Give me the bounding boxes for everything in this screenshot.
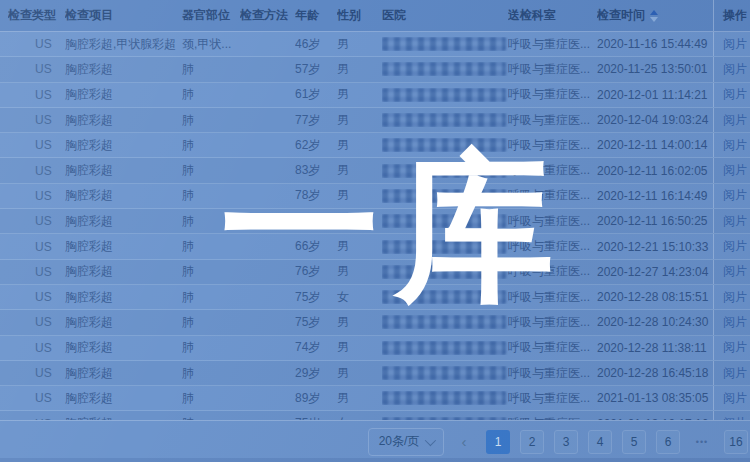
view-film-link[interactable]: 阅片 (723, 314, 747, 331)
view-film-link[interactable]: 阅片 (723, 263, 747, 280)
page-button-6[interactable]: 6 (656, 430, 680, 454)
page-size-select[interactable]: 20条/页 (368, 428, 444, 456)
cell-dept: 呼吸与重症医... (508, 263, 597, 280)
view-film-link[interactable]: 阅片 (723, 36, 747, 53)
cell-type: US (8, 138, 65, 152)
data-table: 检查类型检查项目器官部位检查方法年龄性别医院送检科室检查时间操作 US胸腔彩超,… (0, 0, 750, 437)
cell-time: 2020-12-11 16:02:05 (597, 164, 713, 178)
column-header-time[interactable]: 检查时间 (597, 7, 713, 24)
cell-type: US (8, 113, 65, 127)
page-button-3[interactable]: 3 (554, 430, 578, 454)
cell-age: 66岁 (295, 238, 337, 255)
cell-gender: 男 (337, 162, 382, 179)
exam-list-page: 检查类型检查项目器官部位检查方法年龄性别医院送检科室检查时间操作 US胸腔彩超,… (0, 0, 750, 462)
cell-age: 76岁 (295, 213, 337, 230)
cell-item: 胸腔彩超 (65, 339, 182, 356)
view-film-link[interactable]: 阅片 (723, 339, 747, 356)
redacted-hospital-name (382, 315, 506, 329)
cell-hospital (382, 290, 508, 304)
redacted-hospital-name (382, 113, 506, 127)
cell-item: 胸腔彩超 (65, 86, 182, 103)
page-jump-ellipsis[interactable]: ••• (690, 430, 714, 454)
cell-age: 78岁 (295, 187, 337, 204)
page-button-16[interactable]: 16 (724, 430, 748, 454)
cell-dept: 呼吸与重症医... (508, 36, 597, 53)
cell-time: 2020-12-11 16:14:49 (597, 189, 713, 203)
view-film-link[interactable]: 阅片 (723, 137, 747, 154)
column-header-label: 检查类型 (8, 7, 56, 24)
view-film-link[interactable]: 阅片 (723, 187, 747, 204)
cell-action: 阅片 (713, 83, 750, 107)
page-button-4[interactable]: 4 (588, 430, 612, 454)
cell-item: 胸腔彩超 (65, 162, 182, 179)
cell-age: 75岁 (295, 314, 337, 331)
cell-dept: 呼吸与重症医... (508, 365, 597, 382)
column-header-label: 送检科室 (508, 7, 556, 24)
cell-item: 胸腔彩超,甲状腺彩超 (65, 36, 182, 53)
cell-organ: 肺 (182, 213, 240, 230)
view-film-link[interactable]: 阅片 (723, 112, 747, 129)
redacted-hospital-name (382, 240, 506, 254)
cell-gender: 男 (337, 390, 382, 407)
cell-time: 2020-12-04 19:03:24 (597, 113, 713, 127)
cell-action: 阅片 (713, 108, 750, 132)
cell-action: 阅片 (713, 158, 750, 182)
column-header-label: 检查方法 (240, 7, 288, 24)
cell-organ: 肺 (182, 137, 240, 154)
cell-time: 2020-11-25 13:50:01 (597, 62, 713, 76)
cell-time: 2020-12-28 11:38:11 (597, 341, 713, 355)
view-film-link[interactable]: 阅片 (723, 61, 747, 78)
column-header-action: 操作 (713, 0, 750, 31)
table-row: US胸腔彩超肺83岁男呼吸与重症医...2020-12-11 16:02:05阅… (0, 158, 750, 183)
view-film-link[interactable]: 阅片 (723, 213, 747, 230)
cell-item: 胸腔彩超 (65, 314, 182, 331)
cell-time: 2020-12-21 15:10:33 (597, 240, 713, 254)
cell-gender: 男 (337, 112, 382, 129)
page-button-5[interactable]: 5 (622, 430, 646, 454)
cell-dept: 呼吸与重症医... (508, 61, 597, 78)
table-row: US胸腔彩超肺76岁男呼吸与重症医...2020-12-27 14:23:04阅… (0, 260, 750, 285)
cell-age: 29岁 (295, 365, 337, 382)
cell-type: US (8, 164, 65, 178)
view-film-link[interactable]: 阅片 (723, 86, 747, 103)
redacted-hospital-name (382, 391, 506, 405)
sort-carets[interactable] (650, 10, 658, 22)
cell-gender: 女 (337, 289, 382, 306)
cell-hospital (382, 341, 508, 355)
cell-time: 2020-12-28 08:15:51 (597, 290, 713, 304)
page-button-1[interactable]: 1 (486, 430, 510, 454)
column-header-label: 性别 (337, 7, 361, 24)
chevron-down-icon (425, 434, 436, 445)
column-header-label: 检查项目 (65, 7, 113, 24)
cell-hospital (382, 366, 508, 380)
cell-age: 76岁 (295, 263, 337, 280)
cell-action: 阅片 (713, 260, 750, 284)
view-film-link[interactable]: 阅片 (723, 238, 747, 255)
cell-time: 2020-12-01 11:14:21 (597, 88, 713, 102)
prev-page-button[interactable]: ‹ (454, 429, 474, 455)
redacted-hospital-name (382, 341, 506, 355)
column-header-age: 年龄 (295, 7, 337, 24)
table-row: US胸腔彩超肺75岁女呼吸与重症医...2020-12-28 08:15:51阅… (0, 285, 750, 310)
column-header-dept: 送检科室 (508, 7, 597, 24)
view-film-link[interactable]: 阅片 (723, 365, 747, 382)
cell-action: 阅片 (713, 336, 750, 360)
table-row: US胸腔彩超肺66岁男呼吸与重症医...2020-12-21 15:10:33阅… (0, 234, 750, 259)
cell-time: 2020-12-28 10:24:30 (597, 315, 713, 329)
cell-gender: 女 (337, 213, 382, 230)
view-film-link[interactable]: 阅片 (723, 289, 747, 306)
cell-dept: 呼吸与重症医... (508, 162, 597, 179)
view-film-link[interactable]: 阅片 (723, 162, 747, 179)
cell-item: 胸腔彩超 (65, 289, 182, 306)
view-film-link[interactable]: 阅片 (723, 390, 747, 407)
page-button-2[interactable]: 2 (520, 430, 544, 454)
cell-type: US (8, 62, 65, 76)
cell-item: 胸腔彩超 (65, 390, 182, 407)
cell-organ: 肺 (182, 61, 240, 78)
cell-time: 2020-12-11 14:00:14 (597, 138, 713, 152)
cell-age: 77岁 (295, 112, 337, 129)
column-header-label: 操作 (723, 7, 747, 24)
redacted-hospital-name (382, 290, 506, 304)
table-row: US胸腔彩超肺78岁男呼吸与重症医...2020-12-11 16:14:49阅… (0, 184, 750, 209)
column-header-gender: 性别 (337, 7, 382, 24)
